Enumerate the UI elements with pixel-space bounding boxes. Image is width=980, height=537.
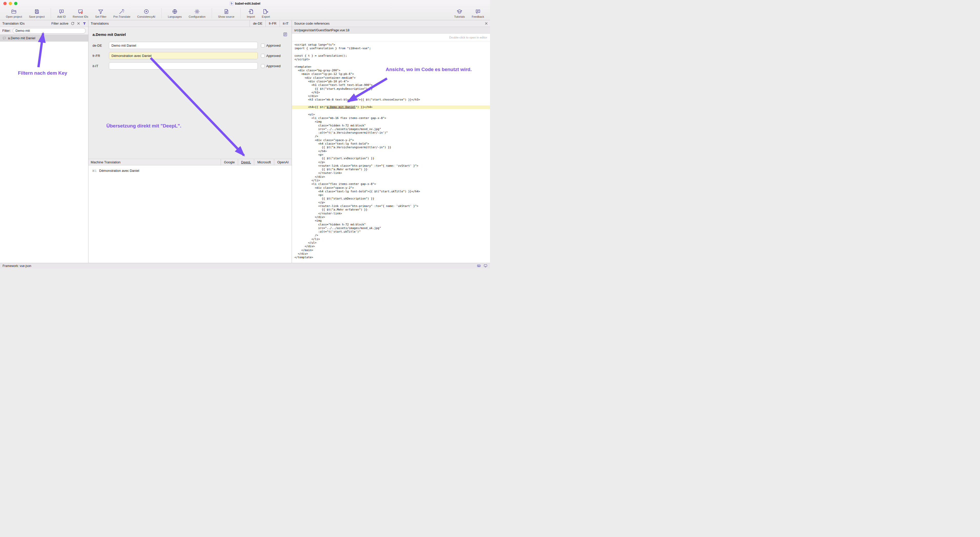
toolbar-remove-ids-button[interactable]: Remove IDs bbox=[71, 8, 90, 19]
toolbar-tutorials-button[interactable]: Tutorials bbox=[452, 8, 467, 19]
toolbar-label: Tutorials bbox=[454, 15, 465, 18]
provider-tab-microsoft[interactable]: Microsoft bbox=[254, 159, 274, 165]
translation-id-list: a.Demo mit Daniel bbox=[0, 35, 88, 263]
toolbar-set-filter-button[interactable]: Set Filter bbox=[93, 8, 108, 19]
toolbar-add-id-button[interactable]: Add ID bbox=[56, 8, 68, 19]
code-line: </div> bbox=[292, 175, 490, 179]
suggestion-text: Démonstration avec Daniel bbox=[99, 169, 139, 172]
code-line: src="../../assets/images/mood_uk.jpg" bbox=[292, 226, 490, 230]
toolbar-consistency-ai-button[interactable]: ConsistencyAI bbox=[135, 8, 157, 19]
toolbar-languages-button[interactable]: Languages bbox=[166, 8, 183, 19]
filter-input[interactable] bbox=[13, 28, 86, 33]
toolbar-import-button[interactable]: Import bbox=[245, 8, 256, 19]
source-references-panel: Source code references src/pages/start/G… bbox=[292, 20, 490, 263]
code-line: :alt="t('start.ukTitle')" bbox=[292, 230, 490, 234]
keyboard-icon[interactable] bbox=[477, 264, 481, 268]
code-line bbox=[292, 102, 490, 105]
traffic-lights bbox=[3, 2, 18, 5]
filter-icon[interactable] bbox=[82, 22, 86, 25]
code-line: <div class="space-y-2"> bbox=[292, 139, 490, 142]
translation-row-it-IT: it-ITApproved bbox=[92, 62, 288, 70]
code-line: class="hidden h-72 md:block" bbox=[292, 223, 490, 226]
language-label: it-IT bbox=[92, 64, 106, 68]
code-line: </div> bbox=[292, 215, 490, 219]
code-line bbox=[292, 61, 490, 65]
language-tab-it-IT[interactable]: it-IT bbox=[280, 20, 292, 27]
provider-tab-deepl[interactable]: DeepL bbox=[238, 159, 254, 165]
toolbar-label: Open project bbox=[6, 15, 22, 18]
app-icon: b bbox=[230, 2, 234, 5]
translation-id-label: a.Demo mit Daniel bbox=[8, 36, 35, 40]
code-line: <p> bbox=[292, 153, 490, 157]
close-window-button[interactable] bbox=[3, 2, 7, 5]
toolbar-label: Pre-Translate bbox=[113, 15, 130, 18]
toolbar-export-button[interactable]: Export bbox=[260, 8, 272, 19]
approved-checkbox-de-DE[interactable] bbox=[261, 44, 265, 48]
language-tab-fr-FR[interactable]: fr-FR bbox=[266, 20, 280, 27]
translation-input-it-IT[interactable] bbox=[109, 62, 258, 70]
code-line: </ul> bbox=[292, 241, 490, 245]
translations-body: a.Demo mit Daniel de-DEApprovedfr-FRAppr… bbox=[88, 27, 292, 159]
code-line: </li> bbox=[292, 237, 490, 241]
grad-cap-icon bbox=[457, 9, 462, 14]
screen-icon[interactable] bbox=[483, 264, 487, 268]
code-line: {{ $t("start.vvDescription") }} bbox=[292, 157, 490, 160]
toolbar-feedback-button[interactable]: Feedback bbox=[470, 8, 486, 19]
code-line: <div class="pb-10 pt-4"> bbox=[292, 80, 490, 83]
approved-checkbox-fr-FR[interactable] bbox=[261, 54, 265, 58]
close-panel-icon[interactable] bbox=[484, 22, 488, 25]
translation-rows: de-DEApprovedfr-FRApprovedit-ITApproved bbox=[92, 42, 288, 70]
translation-input-fr-FR[interactable] bbox=[109, 52, 258, 59]
provider-tab-openai[interactable]: OpenAI bbox=[274, 159, 292, 165]
window-chrome: b babel-edit.babel Open projectSave proj… bbox=[0, 0, 490, 20]
toolbar-show-source-button[interactable]: Show source bbox=[216, 8, 236, 19]
framework-label: Framework: vue-json bbox=[3, 264, 31, 268]
code-line: <main class="lg:px-12 lg:pb-6"> bbox=[292, 72, 490, 76]
code-line: const { t } = useTranslation(); bbox=[292, 54, 490, 58]
source-file-reference[interactable]: src/pages/start/GuestStartPage.vue:18 bbox=[292, 27, 490, 33]
code-line: {{ $t("a.Mehr erfahren") }} bbox=[292, 208, 490, 212]
mt-suggestion[interactable]: ⌘1Démonstration avec Daniel bbox=[88, 166, 292, 172]
statusbar: Framework: vue-json bbox=[0, 263, 490, 269]
translation-row-de-DE: de-DEApproved bbox=[92, 42, 288, 49]
translation-input-de-DE[interactable] bbox=[109, 42, 258, 49]
approved-group: Approved bbox=[261, 44, 288, 48]
code-line: <img bbox=[292, 219, 490, 223]
source-reference-icon[interactable] bbox=[283, 32, 288, 37]
code-line: /> bbox=[292, 135, 490, 138]
code-line: {{ $t("start.ukDescription") }} bbox=[292, 197, 490, 201]
zoom-window-button[interactable] bbox=[14, 2, 18, 5]
filter-active-label: Filter active bbox=[51, 22, 68, 25]
code-line: <div class="space-y-2"> bbox=[292, 186, 490, 190]
translations-panel: Translations de-DEfr-FRit-IT a.Demo mit … bbox=[88, 20, 292, 263]
toolbar-label: Show source bbox=[218, 15, 234, 18]
toolbar-configuration-button[interactable]: Configuration bbox=[187, 8, 207, 19]
highlighted-translation-key[interactable]: a.Demo mit Daniel bbox=[327, 105, 356, 109]
window-title-wrap: b babel-edit.babel bbox=[230, 2, 260, 5]
toolbar-save-project-button[interactable]: Save project bbox=[27, 8, 46, 19]
approved-checkbox-it-IT[interactable] bbox=[261, 64, 265, 68]
toolbar-label: Save project bbox=[29, 15, 45, 18]
translation-ids-title: Translation IDs bbox=[2, 22, 25, 25]
toolbar-pre-translate-button[interactable]: Pre-Translate bbox=[111, 8, 132, 19]
code-line: /> bbox=[292, 234, 490, 237]
code-line: </div> bbox=[292, 245, 490, 248]
provider-tab-google[interactable]: Google bbox=[221, 159, 238, 165]
toolbar-open-project-button[interactable]: Open project bbox=[4, 8, 24, 19]
code-line: </p> bbox=[292, 161, 490, 164]
approved-label: Approved bbox=[266, 64, 281, 68]
message-bubble-icon bbox=[2, 36, 6, 40]
code-line: import { useTranslation } from "i18next-… bbox=[292, 47, 490, 50]
language-tab-de-DE[interactable]: de-DE bbox=[250, 20, 266, 27]
toolbar-label: Add ID bbox=[57, 15, 66, 18]
minimize-window-button[interactable] bbox=[9, 2, 12, 5]
refresh-filter-icon[interactable] bbox=[70, 22, 75, 25]
code-line bbox=[292, 109, 490, 113]
source-references-header: Source code references bbox=[292, 20, 490, 27]
clear-filter-icon[interactable] bbox=[76, 22, 81, 25]
translation-id-item[interactable]: a.Demo mit Daniel bbox=[0, 35, 88, 41]
code-line: <p> bbox=[292, 193, 490, 197]
machine-translation-body: ⌘1Démonstration avec Daniel bbox=[88, 166, 292, 263]
code-line: <script setup lang="ts"> bbox=[292, 43, 490, 47]
code-line: </div> bbox=[292, 94, 490, 98]
